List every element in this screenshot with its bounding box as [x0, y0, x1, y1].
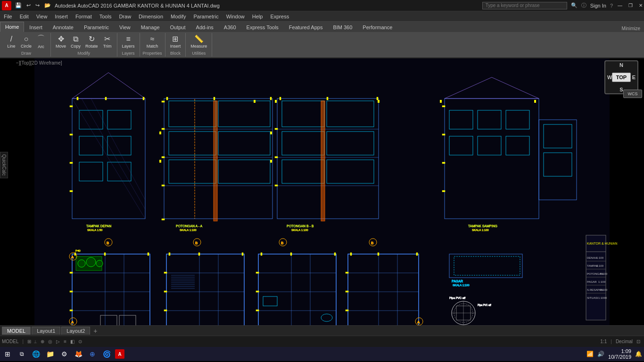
svg-rect-37 [214, 97, 215, 100]
ortho-button[interactable]: ⟂ [34, 339, 37, 344]
svg-text:SKALA 1:100: SKALA 1:100 [180, 229, 197, 231]
cad-drawing[interactable]: TAMPAK DEPAN SKALA 1:50 [0, 58, 644, 325]
taskview-icon[interactable]: ⧉ [16, 348, 27, 360]
signin-button[interactable]: Sign In [590, 3, 606, 8]
menubar: File Edit View Insert Format Tools Draw … [0, 11, 644, 22]
search-input[interactable] [482, 2, 567, 9]
svg-rect-148 [346, 310, 348, 311]
notification-icon[interactable]: 🔔 [635, 351, 642, 357]
layers-icon: ≡ [126, 35, 130, 43]
menu-insert[interactable]: Insert [51, 11, 72, 21]
ribbon-line-button[interactable]: /Line [5, 34, 18, 49]
menu-file[interactable]: File [0, 11, 16, 21]
svg-rect-56 [275, 185, 278, 186]
close-button[interactable]: ✕ [637, 2, 644, 9]
tab-layout1[interactable]: Layout1 [32, 327, 60, 335]
maximize-viewport-button[interactable]: ⊡ [636, 339, 640, 344]
ribbon-circle-button[interactable]: ○Circle [19, 34, 33, 49]
svg-rect-76 [442, 190, 445, 192]
ribbon-group-layers: ≡Layers Layers [117, 33, 140, 57]
svg-rect-59 [377, 97, 378, 100]
start-button[interactable]: ⊞ [2, 348, 13, 360]
menu-edit[interactable]: Edit [16, 11, 33, 21]
svg-rect-204 [275, 100, 277, 103]
tab-parametric[interactable]: Parametric [79, 22, 114, 32]
tab-bim360[interactable]: BIM 360 [328, 22, 357, 32]
dynamic-input-button[interactable]: ▷ [56, 339, 60, 344]
ribbon-util-label: Utilities [192, 51, 206, 56]
svg-text:Pipa PVC aff: Pipa PVC aff [478, 304, 491, 306]
ribbon-move-button[interactable]: ✥Move [54, 33, 68, 49]
menu-modify[interactable]: Modify [167, 11, 190, 21]
tab-performance[interactable]: Performance [357, 22, 397, 32]
match-icon: ≈ [150, 35, 155, 43]
snap-grid-icon[interactable]: ⊞ [27, 339, 31, 344]
svg-text:1:100: 1:100 [596, 256, 604, 259]
wcs-indicator[interactable]: WCS [623, 90, 642, 98]
ribbon-measure-button[interactable]: 📏Measure [189, 33, 209, 49]
ribbon-group-properties: ≈Match Properties [140, 33, 165, 57]
quick-access-open[interactable]: 📂 [42, 2, 53, 8]
ribbon-copy-button[interactable]: ⧉Copy [69, 34, 83, 49]
torrent-icon[interactable]: 🌀 [101, 348, 112, 360]
help-icon[interactable]: ? [610, 3, 613, 8]
svg-rect-104 [148, 253, 149, 255]
chrome-icon[interactable]: ⊕ [87, 348, 98, 360]
measure-label: Measure [190, 44, 207, 49]
menu-view[interactable]: View [33, 11, 51, 21]
file-explorer-icon[interactable]: 📁 [44, 348, 56, 360]
polar-button[interactable]: ⊕ [41, 339, 44, 344]
add-layout-button[interactable]: + [91, 327, 99, 335]
lineweight-button[interactable]: ≡ [64, 339, 66, 344]
menu-window[interactable]: Window [223, 11, 248, 21]
menu-dimension[interactable]: Dimension [135, 11, 167, 21]
tab-home[interactable]: Home [0, 22, 24, 32]
ribbon-trim-button[interactable]: ✂Trim [101, 33, 114, 49]
tab-insert[interactable]: Insert [24, 22, 48, 32]
menu-parametric[interactable]: Parametric [190, 11, 222, 21]
osnap-button[interactable]: ◎ [48, 339, 52, 344]
menu-help[interactable]: Help [248, 11, 267, 21]
autocad-taskbar-icon[interactable]: A [115, 349, 124, 359]
quick-access-undo[interactable]: ↩ [25, 2, 33, 8]
ribbon-arc-button[interactable]: ⌒Arc [34, 33, 48, 50]
svg-rect-125 [242, 253, 243, 255]
menu-tools[interactable]: Tools [96, 11, 116, 21]
tab-model[interactable]: MODEL [2, 327, 31, 335]
ribbon-insert-button[interactable]: ⊞Insert [168, 33, 183, 49]
tab-featured-apps[interactable]: Featured Apps [284, 22, 328, 32]
tab-layout2[interactable]: Layout2 [61, 327, 90, 335]
tab-view[interactable]: View [114, 22, 136, 32]
edge-browser-icon[interactable]: 🌐 [30, 348, 41, 360]
tab-output[interactable]: Output [165, 22, 191, 32]
tab-manage[interactable]: Manage [136, 22, 165, 32]
selection-cycling-button[interactable]: ⊙ [78, 339, 82, 344]
svg-rect-134 [256, 272, 259, 273]
tab-express-tools[interactable]: Express Tools [241, 22, 284, 32]
transparency-button[interactable]: ◧ [70, 339, 74, 344]
minimize-ribbon-button[interactable]: Minimize [618, 25, 644, 32]
restore-button[interactable]: ❐ [627, 2, 634, 9]
svg-text:KANTOR & HUNIAN: KANTOR & HUNIAN [587, 242, 617, 245]
settings-icon[interactable]: ⚙ [58, 348, 70, 360]
menu-format[interactable]: Format [72, 11, 96, 21]
firefox-icon[interactable]: 🦊 [73, 348, 84, 360]
svg-rect-34 [162, 156, 165, 158]
quick-access-save[interactable]: 💾 [13, 2, 24, 8]
tab-a360[interactable]: A360 [219, 22, 241, 32]
ribbon-rotate-button[interactable]: ↻Rotate [83, 33, 100, 49]
copy-icon: ⧉ [73, 35, 78, 43]
svg-rect-206 [440, 100, 442, 103]
tab-addins[interactable]: Add-ins [191, 22, 219, 32]
svg-rect-139 [334, 253, 336, 255]
quick-access-redo[interactable]: ↪ [33, 2, 41, 8]
canvas-area[interactable]: −][Top][2D Wireframe] QuickCalc [0, 58, 644, 325]
menu-draw[interactable]: Draw [115, 11, 135, 21]
tab-annotate[interactable]: Annotate [48, 22, 79, 32]
menu-express[interactable]: Express [266, 11, 293, 21]
minimize-button[interactable]: — [617, 2, 623, 9]
compass-top-view[interactable]: TOP [612, 73, 631, 82]
ribbon-match-button[interactable]: ≈Match [145, 34, 160, 49]
ribbon-layers-button[interactable]: ≡Layers [120, 34, 137, 49]
svg-rect-53 [321, 101, 325, 221]
